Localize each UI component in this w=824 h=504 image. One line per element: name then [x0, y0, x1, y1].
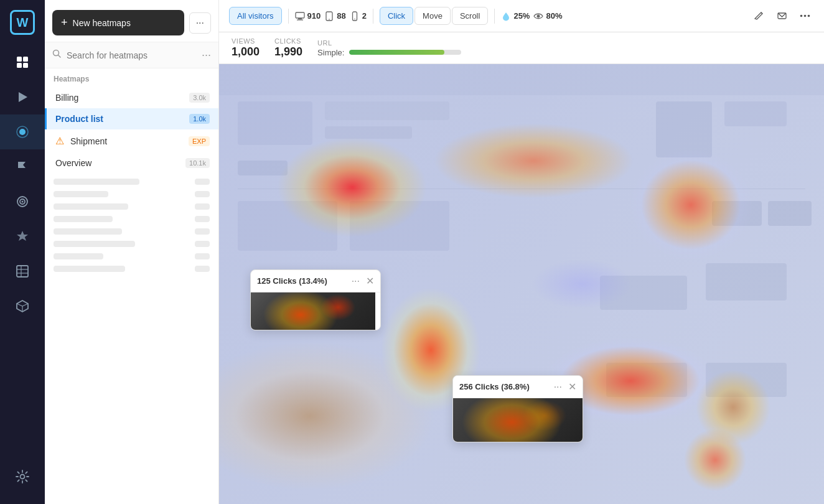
filter-all-visitors-label: All visitors — [237, 11, 274, 21]
click-filter-label: Click — [388, 11, 405, 21]
nav-item-heatmap[interactable] — [0, 114, 45, 149]
filter-all-visitors-button[interactable]: All visitors — [229, 7, 282, 25]
svg-line-28 — [761, 12, 762, 14]
tooltip-thumb-heat-2 — [453, 398, 583, 442]
tooltip-header-2: 256 Clicks (36.8%) ··· ✕ — [453, 376, 583, 398]
sidebar-header: + New heatmaps ··· — [45, 0, 218, 42]
skeleton-end — [195, 203, 210, 210]
device-desktop-stat: 910 — [295, 11, 321, 21]
nav-item-integrations[interactable] — [0, 219, 45, 254]
nav-item-table[interactable] — [0, 254, 45, 289]
views-label: VIEWS — [232, 37, 260, 45]
scroll-filter-button[interactable]: Scroll — [452, 7, 489, 25]
search-input[interactable] — [67, 50, 197, 60]
svg-line-19 — [59, 55, 61, 58]
tooltip-close-button-1[interactable]: ✕ — [366, 275, 374, 287]
tooltip-close-button-2[interactable]: ✕ — [568, 381, 576, 393]
icon-navigation: W — [0, 0, 45, 504]
warning-icon: ⚠ — [55, 135, 64, 147]
views-value: 1,000 — [232, 45, 260, 58]
skeleton-row — [54, 203, 210, 210]
skeleton-list — [45, 174, 218, 277]
svg-line-15 — [17, 304, 22, 306]
svg-point-24 — [329, 19, 330, 20]
search-options-button[interactable]: ··· — [202, 49, 211, 62]
ellipsis-icon — [800, 14, 810, 17]
heatmap-item-billing[interactable]: Billing 3.0k — [45, 87, 218, 108]
url-bar: Simple: — [317, 48, 461, 57]
svg-rect-3 — [23, 63, 28, 68]
heatmap-item-shipment[interactable]: ⚠ Shipment EXP — [45, 129, 218, 152]
heatmap-area: 125 Clicks (13.4%) ··· ✕ 256 Clicks (36.… — [219, 64, 824, 504]
tooltip-more-button-2[interactable]: ··· — [551, 381, 564, 393]
skeleton-end — [195, 216, 210, 222]
edit-button[interactable] — [750, 7, 768, 25]
svg-point-27 — [537, 14, 540, 17]
visitor-filter-group: All visitors — [229, 7, 282, 25]
url-label: URL — [317, 39, 461, 47]
svg-rect-2 — [17, 63, 22, 68]
search-bar: ··· — [45, 42, 218, 68]
topbar-actions — [750, 7, 814, 25]
nav-item-box[interactable] — [0, 289, 45, 324]
skeleton-bar — [54, 253, 103, 259]
move-filter-button[interactable]: Move — [414, 7, 451, 25]
heatmap-item-name: Billing — [55, 93, 184, 103]
separator — [288, 9, 289, 24]
clicks-label: CLICKS — [274, 37, 302, 45]
tooltip-thumbnail-2 — [453, 398, 583, 442]
heatmap-type-filter-group: Click Move Scroll — [380, 7, 488, 25]
device-tablet-stat: 88 — [324, 11, 345, 21]
url-progress-bar — [349, 50, 461, 55]
svg-rect-0 — [17, 57, 22, 62]
new-heatmap-button[interactable]: + New heatmaps — [52, 10, 184, 35]
app-logo: W — [0, 0, 45, 45]
skeleton-bar — [54, 191, 108, 197]
heatmap-item-badge: 10.1k — [185, 158, 210, 168]
mobile-icon — [350, 11, 360, 21]
skeleton-end — [195, 179, 210, 185]
heatmap-item-badge: 1.0k — [189, 114, 210, 124]
eye-icon — [533, 11, 543, 21]
heatmap-item-overview[interactable]: Overview 10.1k — [45, 152, 218, 174]
url-text: Simple: — [317, 48, 344, 57]
visibility-stat: 80% — [533, 11, 562, 21]
more-options-button[interactable] — [796, 11, 814, 21]
tooltip-title-1: 125 Clicks (13.4%) — [257, 276, 345, 286]
move-filter-label: Move — [423, 11, 442, 21]
url-stat-block: URL Simple: — [317, 39, 461, 57]
nav-item-flags[interactable] — [0, 149, 45, 184]
skeleton-end — [195, 191, 210, 197]
nav-item-settings[interactable] — [0, 459, 45, 494]
share-button[interactable] — [773, 7, 791, 25]
skeleton-row — [54, 228, 210, 235]
topbar: All visitors 910 88 2 Click Move Scroll — [219, 0, 824, 32]
tooltip-more-button-1[interactable]: ··· — [349, 276, 362, 287]
skeleton-bar — [54, 241, 135, 247]
visibility-value: 80% — [546, 11, 562, 21]
mail-icon — [777, 11, 787, 21]
sidebar-more-button[interactable]: ··· — [189, 12, 211, 34]
skeleton-bar — [54, 179, 139, 185]
opacity-value: 25% — [513, 11, 530, 21]
heatmap-item-product-list[interactable]: Product list 1.0k — [45, 108, 218, 129]
new-heatmap-label: New heatmaps — [73, 18, 131, 28]
skeleton-end — [195, 266, 210, 272]
svg-point-26 — [354, 18, 355, 19]
svg-line-16 — [22, 304, 28, 306]
nav-item-grid[interactable] — [0, 45, 45, 80]
tablet-count: 88 — [337, 11, 345, 21]
svg-point-5 — [19, 129, 26, 135]
clicks-value: 1,990 — [274, 45, 302, 58]
nav-item-play[interactable] — [0, 80, 45, 114]
tooltip-thumbnail-1 — [251, 292, 375, 330]
heatmap-item-name: Overview — [55, 158, 180, 168]
search-icon — [52, 49, 62, 61]
tooltip-title-2: 256 Clicks (36.8%) — [459, 382, 548, 391]
svg-point-9 — [22, 201, 24, 203]
skeleton-row — [54, 266, 210, 272]
clicks-stat-block: CLICKS 1,990 — [274, 37, 302, 58]
nav-item-target[interactable] — [0, 184, 45, 219]
click-filter-button[interactable]: Click — [380, 7, 413, 25]
plus-icon: + — [61, 16, 68, 29]
